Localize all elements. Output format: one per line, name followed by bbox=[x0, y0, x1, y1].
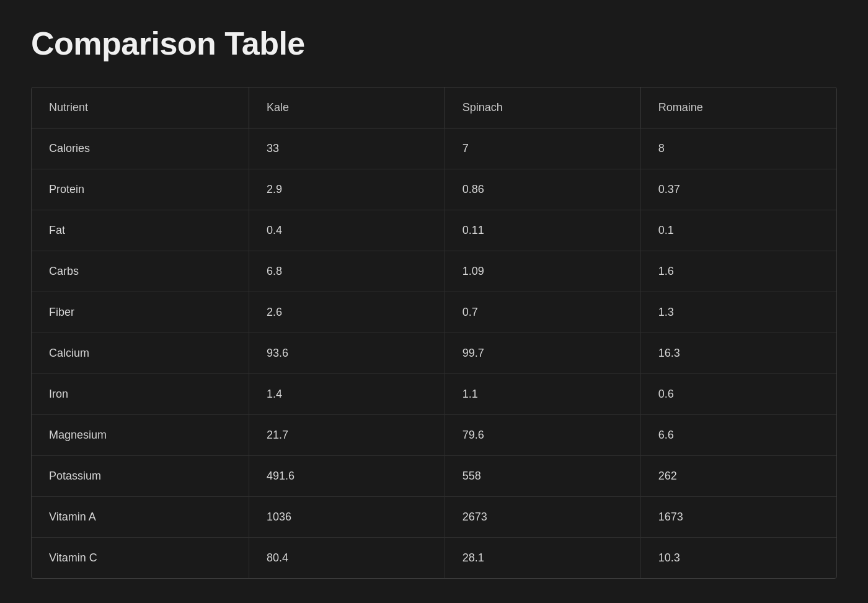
cell-nutrient-label: Fat bbox=[32, 210, 249, 251]
cell-value: 0.86 bbox=[445, 169, 640, 210]
cell-nutrient-label: Calories bbox=[32, 128, 249, 169]
cell-value: 0.4 bbox=[249, 210, 445, 251]
cell-value: 2673 bbox=[445, 497, 640, 538]
table-row: Magnesium21.779.66.6 bbox=[32, 415, 836, 456]
table-row: Vitamin A103626731673 bbox=[32, 497, 836, 538]
cell-value: 0.6 bbox=[640, 374, 836, 415]
page-title: Comparison Table bbox=[31, 25, 837, 62]
table-row: Carbs6.81.091.6 bbox=[32, 251, 836, 292]
cell-nutrient-label: Iron bbox=[32, 374, 249, 415]
cell-value: 33 bbox=[249, 128, 445, 169]
cell-value: 93.6 bbox=[249, 333, 445, 374]
cell-value: 99.7 bbox=[445, 333, 640, 374]
cell-nutrient-label: Vitamin A bbox=[32, 497, 249, 538]
table-row: Vitamin C80.428.110.3 bbox=[32, 538, 836, 579]
cell-nutrient-label: Calcium bbox=[32, 333, 249, 374]
cell-value: 1.3 bbox=[640, 292, 836, 333]
cell-nutrient-label: Protein bbox=[32, 169, 249, 210]
cell-value: 79.6 bbox=[445, 415, 640, 456]
cell-value: 262 bbox=[640, 456, 836, 497]
cell-value: 2.6 bbox=[249, 292, 445, 333]
comparison-table: NutrientKaleSpinachRomaine Calories3378P… bbox=[32, 87, 836, 578]
header-spinach: Spinach bbox=[445, 87, 640, 128]
table-row: Fiber2.60.71.3 bbox=[32, 292, 836, 333]
cell-nutrient-label: Vitamin C bbox=[32, 538, 249, 579]
header-row: NutrientKaleSpinachRomaine bbox=[32, 87, 836, 128]
cell-value: 0.11 bbox=[445, 210, 640, 251]
header-nutrient: Nutrient bbox=[32, 87, 249, 128]
cell-value: 1.09 bbox=[445, 251, 640, 292]
cell-value: 16.3 bbox=[640, 333, 836, 374]
cell-value: 1036 bbox=[249, 497, 445, 538]
cell-value: 2.9 bbox=[249, 169, 445, 210]
cell-value: 0.37 bbox=[640, 169, 836, 210]
table-row: Iron1.41.10.6 bbox=[32, 374, 836, 415]
cell-value: 28.1 bbox=[445, 538, 640, 579]
cell-value: 10.3 bbox=[640, 538, 836, 579]
table-row: Fat0.40.110.1 bbox=[32, 210, 836, 251]
cell-value: 1.6 bbox=[640, 251, 836, 292]
cell-value: 1673 bbox=[640, 497, 836, 538]
header-romaine: Romaine bbox=[640, 87, 836, 128]
cell-value: 6.8 bbox=[249, 251, 445, 292]
table-row: Protein2.90.860.37 bbox=[32, 169, 836, 210]
cell-value: 1.4 bbox=[249, 374, 445, 415]
table-header: NutrientKaleSpinachRomaine bbox=[32, 87, 836, 128]
cell-nutrient-label: Potassium bbox=[32, 456, 249, 497]
cell-value: 8 bbox=[640, 128, 836, 169]
cell-value: 491.6 bbox=[249, 456, 445, 497]
cell-nutrient-label: Magnesium bbox=[32, 415, 249, 456]
header-kale: Kale bbox=[249, 87, 445, 128]
cell-value: 7 bbox=[445, 128, 640, 169]
table-row: Calcium93.699.716.3 bbox=[32, 333, 836, 374]
table-row: Calories3378 bbox=[32, 128, 836, 169]
cell-value: 6.6 bbox=[640, 415, 836, 456]
comparison-table-wrapper: NutrientKaleSpinachRomaine Calories3378P… bbox=[31, 87, 837, 579]
table-row: Potassium491.6558262 bbox=[32, 456, 836, 497]
cell-nutrient-label: Carbs bbox=[32, 251, 249, 292]
cell-value: 1.1 bbox=[445, 374, 640, 415]
cell-value: 558 bbox=[445, 456, 640, 497]
table-body: Calories3378Protein2.90.860.37Fat0.40.11… bbox=[32, 128, 836, 579]
cell-value: 80.4 bbox=[249, 538, 445, 579]
cell-value: 0.1 bbox=[640, 210, 836, 251]
cell-value: 21.7 bbox=[249, 415, 445, 456]
cell-nutrient-label: Fiber bbox=[32, 292, 249, 333]
cell-value: 0.7 bbox=[445, 292, 640, 333]
